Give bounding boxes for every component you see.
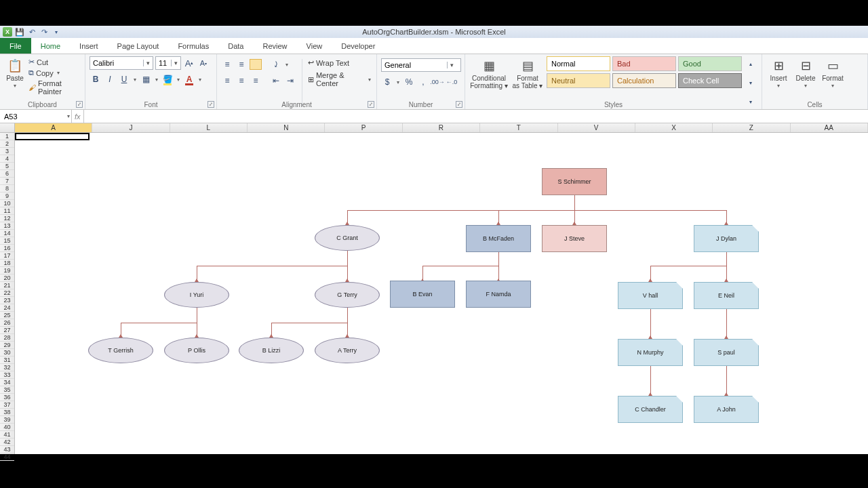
font-name-combo[interactable]: ▾ [90, 56, 153, 70]
org-node[interactable]: J Steve [542, 225, 607, 252]
row-header[interactable]: 14 [0, 230, 14, 237]
col-header[interactable]: N [248, 123, 325, 132]
style-check-cell[interactable]: Check Cell [678, 73, 742, 88]
org-node[interactable]: S paul [694, 339, 759, 366]
excel-icon[interactable]: X [3, 27, 12, 37]
row-header[interactable]: 13 [0, 222, 14, 230]
style-scroll-up-icon[interactable]: ▴ [745, 58, 757, 70]
merge-center-button[interactable]: ⊞ Merge & Center ▾ [308, 71, 372, 87]
col-header[interactable]: Z [713, 123, 790, 132]
style-bad[interactable]: Bad [612, 56, 676, 71]
row-header[interactable]: 21 [0, 282, 14, 289]
tab-developer[interactable]: Developer [332, 38, 384, 54]
row-header[interactable]: 39 [0, 416, 14, 424]
org-node[interactable]: S Schimmer [542, 168, 607, 195]
org-node[interactable]: J Dylan [694, 225, 759, 252]
align-right-icon[interactable]: ≡ [250, 75, 262, 87]
tab-page-layout[interactable]: Page Layout [108, 38, 169, 54]
col-header[interactable]: AA [791, 123, 868, 132]
style-neutral[interactable]: Neutral [547, 73, 610, 88]
worksheet-grid[interactable]: 1234567891011121314151617181920212223242… [0, 133, 868, 454]
row-header[interactable]: 4 [0, 155, 14, 163]
sheet-canvas[interactable]: S Schimmer C Grant B McFaden J Steve J D… [15, 133, 868, 454]
row-header[interactable]: 44 [0, 453, 14, 461]
number-format-combo[interactable]: ▾ [381, 58, 461, 72]
row-header[interactable]: 42 [0, 439, 14, 446]
row-header[interactable]: 24 [0, 304, 14, 312]
row-header[interactable]: 37 [0, 401, 14, 409]
accounting-icon[interactable]: $ [381, 76, 393, 88]
row-header[interactable]: 3 [0, 148, 14, 155]
row-header[interactable]: 43 [0, 446, 14, 453]
alignment-dialog-icon[interactable]: ⤢ [368, 101, 374, 108]
row-header[interactable]: 41 [0, 431, 14, 439]
org-node[interactable]: B Evan [390, 281, 455, 308]
org-node[interactable]: B McFaden [466, 225, 531, 252]
select-all-corner[interactable] [0, 123, 15, 132]
row-header[interactable]: 11 [0, 207, 14, 215]
percent-icon[interactable]: % [403, 76, 415, 88]
row-header[interactable]: 6 [0, 170, 14, 178]
copy-button[interactable]: ⧉ Copy ▾ [28, 68, 81, 77]
org-node[interactable]: A Terry [315, 338, 380, 363]
row-header[interactable]: 33 [0, 371, 14, 379]
align-left-icon[interactable]: ≡ [221, 75, 233, 87]
align-middle-icon[interactable]: ≡ [235, 58, 248, 70]
org-node[interactable]: C Grant [315, 225, 380, 251]
row-header[interactable]: 34 [0, 379, 14, 386]
tab-formulas[interactable]: Formulas [168, 38, 218, 54]
col-header[interactable]: R [403, 123, 480, 132]
row-header[interactable]: 27 [0, 327, 14, 334]
row-header[interactable]: 40 [0, 424, 14, 431]
org-node[interactable]: P Ollis [164, 338, 229, 363]
row-header[interactable]: 5 [0, 163, 14, 170]
row-header[interactable]: 17 [0, 252, 14, 260]
org-node[interactable]: T Gerrish [88, 338, 153, 363]
font-dialog-icon[interactable]: ⤢ [208, 101, 214, 108]
org-node[interactable]: C Chandler [618, 396, 683, 423]
bold-button[interactable]: B [90, 73, 102, 85]
org-node[interactable]: N Murphy [618, 339, 683, 366]
row-header[interactable]: 16 [0, 245, 14, 252]
org-node[interactable]: I Yuri [164, 282, 229, 308]
org-node[interactable]: B Lizzi [239, 338, 304, 363]
row-header[interactable]: 22 [0, 289, 14, 297]
decrease-decimal-icon[interactable]: ←.0 [446, 76, 458, 88]
row-header[interactable]: 18 [0, 260, 14, 267]
formula-input[interactable] [84, 110, 868, 123]
format-painter-button[interactable]: 🖌 Format Painter [28, 79, 81, 96]
paste-dropdown-icon[interactable]: ▾ [12, 83, 18, 89]
fx-icon[interactable]: fx [75, 113, 81, 121]
row-header[interactable]: 10 [0, 200, 14, 207]
row-header[interactable]: 38 [0, 409, 14, 416]
align-bottom-icon[interactable] [250, 59, 262, 70]
underline-button[interactable]: U [118, 73, 130, 85]
org-node[interactable]: F Namda [466, 281, 531, 308]
style-scroll-down-icon[interactable]: ▾ [745, 77, 757, 89]
tab-file[interactable]: File [0, 38, 31, 54]
increase-indent-icon[interactable]: ⇥ [284, 75, 296, 87]
org-node[interactable]: A John [694, 396, 759, 423]
row-header[interactable]: 29 [0, 342, 14, 349]
shrink-font-icon[interactable]: A▾ [197, 57, 210, 69]
name-box[interactable]: A53▾ [0, 110, 72, 123]
tab-view[interactable]: View [297, 38, 332, 54]
decrease-indent-icon[interactable]: ⇤ [270, 75, 282, 87]
redo-icon[interactable]: ↷ [39, 27, 49, 37]
col-header[interactable]: L [170, 123, 248, 132]
row-header[interactable]: 20 [0, 274, 14, 282]
row-header[interactable]: 2 [0, 140, 14, 148]
org-node[interactable]: G Terry [315, 282, 380, 308]
undo-icon[interactable]: ↶ [27, 27, 37, 37]
clipboard-dialog-icon[interactable]: ⤢ [76, 101, 83, 108]
row-header[interactable]: 15 [0, 237, 14, 245]
align-center-icon[interactable]: ≡ [235, 75, 248, 87]
col-header[interactable]: J [92, 123, 170, 132]
fill-color-button[interactable]: 🪣 [161, 73, 174, 85]
save-icon[interactable]: 💾 [15, 27, 24, 37]
col-header[interactable]: P [325, 123, 402, 132]
col-header[interactable]: A [15, 123, 92, 132]
number-dialog-icon[interactable]: ⤢ [456, 101, 462, 108]
org-node[interactable]: V hall [618, 282, 683, 309]
tab-review[interactable]: Review [253, 38, 296, 54]
